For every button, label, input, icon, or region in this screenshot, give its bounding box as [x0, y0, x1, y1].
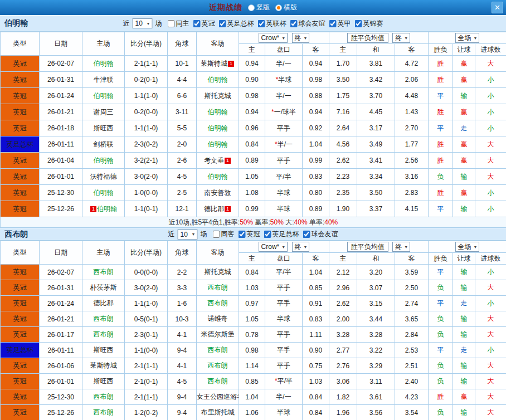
filter-checkbox[interactable]: 英冠	[193, 19, 215, 28]
league-type-cell: 英冠	[1, 327, 40, 343]
result-goals-cell: 大	[475, 280, 506, 296]
checkbox-label: 球会友谊	[312, 229, 338, 239]
filter-checkbox[interactable]: 英足总杯	[264, 229, 299, 239]
filter-checkbox[interactable]: 英足总杯	[219, 19, 254, 28]
radio-selected-icon[interactable]	[275, 4, 282, 11]
date-cell: 26-01-24	[40, 296, 82, 311]
asian-away-odds-cell: 0.75	[303, 358, 329, 374]
checkbox-input[interactable]	[168, 20, 175, 27]
filter-checkbox[interactable]: 同主	[168, 19, 189, 28]
asian-home-odds-cell: 0.98	[239, 343, 265, 358]
asian-time-select[interactable]: 终▼	[292, 242, 310, 252]
team-label: 伯明翰	[97, 205, 117, 213]
filter-checkbox[interactable]: 球会友谊	[290, 19, 325, 28]
checkbox-input[interactable]	[303, 231, 310, 238]
star-mark: *	[276, 76, 279, 84]
asian-away-odds-cell: 0.91	[303, 296, 329, 311]
europe-away-odds-cell: 2.84	[395, 327, 429, 343]
team-cell: 斯托克城	[197, 265, 239, 280]
period-select[interactable]: 全场▼	[455, 33, 480, 43]
checkbox-input[interactable]	[213, 231, 220, 238]
checkbox-input[interactable]	[264, 231, 271, 238]
chevron-down-icon: ▼	[281, 36, 285, 40]
date-cell: 26-01-11	[40, 343, 82, 358]
team-cell: 西布朗	[197, 358, 239, 374]
result-handicap-cell: 走	[453, 296, 475, 311]
result-winloss-cell: 负	[429, 169, 453, 185]
handicap-cell: 半球	[265, 405, 303, 420]
handicap-cell: 半/一	[265, 56, 303, 72]
filter-checkbox[interactable]: 球会友谊	[303, 229, 338, 239]
footer-stat: 单率:	[308, 218, 325, 226]
team-label: 西布朗	[94, 315, 114, 323]
chevron-down-icon: ▼	[304, 36, 308, 40]
match-row: 英冠26-01-21西布朗0-5(0-1)10-3诺维奇1.05半球0.832.…	[1, 311, 506, 327]
league-type-cell: 英冠	[1, 56, 40, 72]
europe-away-odds-cell: 2.53	[395, 343, 429, 358]
asian-home-odds-cell: 0.89	[239, 153, 265, 169]
europe-away-odds-cell: 2.50	[395, 280, 429, 296]
radio-unselected-icon[interactable]	[248, 4, 255, 11]
result-handicap-cell: 输	[453, 280, 475, 296]
europe-away-odds-cell: 2.51	[395, 358, 429, 374]
checkbox-input[interactable]	[329, 20, 337, 27]
checkbox-input[interactable]	[258, 20, 265, 27]
europe-draw-odds-cell: 3.49	[357, 136, 395, 153]
score-cell: 1-2(0-2)	[125, 405, 168, 420]
europe-time-select[interactable]: 终▼	[392, 33, 410, 43]
team-label: 诺维奇	[208, 315, 228, 323]
chevron-down-icon: ▼	[281, 245, 285, 249]
result-handicap-cell: 赢	[453, 136, 475, 153]
filter-checkboxes: 同客英冠英足总杯球会友谊	[209, 229, 338, 239]
bookmaker-select[interactable]: Crow*▼	[259, 33, 288, 43]
team-cell: 伯明翰	[82, 153, 125, 169]
checkbox-input[interactable]	[219, 20, 226, 27]
result-goals-cell: 大	[475, 56, 506, 72]
team-filter-band: 伯明翰 近 10▼ 场 同主英冠英足总杯英联杯球会友谊英甲英锦赛	[0, 15, 506, 32]
match-row: 英足总杯26-01-11剑桥联2-3(0-2)2-0伯明翰0.84*半/一1.0…	[1, 136, 506, 153]
result-handicap-cell: 走	[453, 120, 475, 136]
team-cell: 西布朗	[197, 343, 239, 358]
filter-checkbox[interactable]: 英锦赛	[355, 19, 383, 28]
close-button[interactable]: ✕	[492, 2, 503, 13]
match-count-select[interactable]: 10▼	[178, 229, 198, 240]
red-card-badge: 1	[225, 158, 231, 164]
filter-checkbox[interactable]: 同客	[213, 229, 235, 239]
bookmaker-select[interactable]: Crow*▼	[259, 242, 288, 252]
checkbox-input[interactable]	[239, 231, 246, 238]
period-select[interactable]: 全场▼	[455, 242, 480, 252]
filter-checkbox[interactable]: 英冠	[239, 229, 260, 239]
asian-home-odds-cell: 0.84	[239, 265, 265, 280]
col-type: 类型	[1, 241, 40, 265]
filter-checkboxes: 同主英冠英足总杯英联杯球会友谊英甲英锦赛	[164, 19, 383, 28]
filter-checkbox[interactable]: 英甲	[329, 19, 351, 28]
match-count-select[interactable]: 10▼	[133, 18, 153, 28]
view-vertical-option[interactable]: 竖版	[248, 3, 270, 12]
result-handicap-cell: 输	[453, 311, 475, 327]
checkbox-input[interactable]	[193, 20, 201, 27]
team-label: 南安普敦	[205, 189, 231, 197]
result-handicap-cell: 赢	[453, 104, 475, 120]
europe-odds-header: 胜平负均值 终▼	[329, 241, 429, 253]
filter-checkbox[interactable]: 英联杯	[258, 19, 286, 28]
league-type-cell: 英冠	[1, 280, 40, 296]
team-label: 剑桥联	[94, 140, 114, 148]
view-horizontal-option[interactable]: 横版	[275, 3, 297, 12]
result-handicap-cell: 赢	[453, 153, 475, 169]
match-row: 英冠26-01-24伯明翰1-1(1-0)6-6斯托克城0.98半/一0.881…	[1, 88, 506, 104]
checkbox-label: 英冠	[247, 229, 260, 239]
team-label: 伯明翰	[94, 157, 114, 164]
checkbox-input[interactable]	[355, 20, 362, 27]
checkbox-label: 英足总杯	[227, 19, 254, 28]
asian-odds-header: Crow*▼ 终▼	[239, 32, 329, 44]
team-label: 西布朗	[208, 346, 228, 354]
asian-away-odds-cell: 1.03	[303, 374, 329, 389]
corner-cell: 3-3	[168, 280, 197, 296]
league-type-cell: 英冠	[1, 88, 40, 104]
europe-time-select[interactable]: 终▼	[392, 242, 410, 252]
asian-home-odds-cell: 1.05	[239, 169, 265, 185]
team-cell: 莱斯特城	[82, 358, 125, 374]
asian-time-select[interactable]: 终▼	[292, 33, 310, 43]
corner-cell: 4-1	[168, 327, 197, 343]
checkbox-input[interactable]	[290, 20, 298, 27]
